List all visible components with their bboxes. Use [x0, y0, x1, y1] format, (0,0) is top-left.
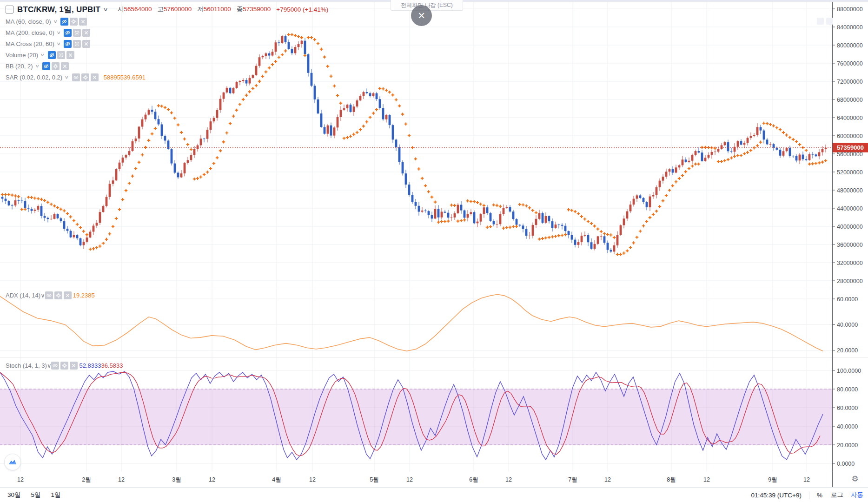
candle: [662, 174, 664, 184]
indicator-row: MA (200, close, 0)∨: [6, 28, 334, 37]
time-axis-label: 12: [604, 476, 611, 483]
symbol-header[interactable]: BTC/KRW, 1일, UPBIT ∨ 시56564000 고57600000…: [6, 4, 334, 15]
remove-indicator-icon[interactable]: [66, 51, 74, 59]
percent-scale-button[interactable]: %: [817, 492, 822, 499]
faded-toolbar-icon[interactable]: [826, 18, 833, 25]
gear-icon[interactable]: [52, 62, 60, 70]
exit-fullscreen-button[interactable]: ×: [411, 5, 432, 26]
candle: [219, 95, 222, 113]
candle: [685, 157, 687, 162]
axis-settings-gear-icon[interactable]: ⚙: [850, 474, 860, 484]
candle: [76, 234, 79, 240]
range-button[interactable]: 1일: [51, 491, 61, 499]
gear-icon[interactable]: [73, 29, 81, 37]
candle: [106, 195, 108, 208]
indicator-label[interactable]: SAR (0.02, 0.02, 0.2): [6, 74, 62, 81]
legend: BTC/KRW, 1일, UPBIT ∨ 시56564000 고57600000…: [6, 4, 334, 82]
remove-indicator-icon[interactable]: [79, 18, 87, 26]
eye-icon[interactable]: [51, 362, 59, 370]
candle: [704, 155, 707, 162]
eye-icon[interactable]: [72, 73, 80, 81]
eye-icon[interactable]: [45, 291, 53, 299]
candle: [366, 88, 368, 94]
candle: [424, 209, 427, 212]
candle: [171, 148, 173, 165]
candle: [799, 153, 801, 164]
indicator-label[interactable]: Volume (20): [6, 52, 38, 59]
eye-slash-icon[interactable]: [42, 62, 50, 70]
indicator-label[interactable]: BB (20, 2): [6, 63, 33, 70]
candle: [184, 162, 186, 177]
time-axis[interactable]: 122월123월124월125월126월127월128월129월12: [17, 476, 810, 483]
candle: [522, 224, 524, 232]
svg-text:57359000: 57359000: [837, 144, 864, 151]
candle: [590, 238, 593, 250]
tradingview-fullscreen-chart: 57359000 8800000084000000800000007600000…: [0, 0, 868, 502]
gear-icon[interactable]: [70, 18, 78, 26]
candle: [138, 126, 140, 142]
restore-pane-button[interactable]: [4, 454, 21, 470]
axis-label: 48000000: [837, 187, 863, 194]
stoch-d-value: 36.5833: [101, 362, 123, 369]
chart-menu-icon[interactable]: [6, 6, 13, 13]
time-axis-label: 3월: [172, 476, 181, 483]
candle: [525, 226, 528, 239]
remove-indicator-icon[interactable]: [82, 29, 90, 37]
indicator-label[interactable]: MA (60, close, 0): [6, 18, 51, 25]
remove-indicator-icon[interactable]: [91, 73, 99, 81]
gear-icon[interactable]: [73, 40, 81, 48]
stoch-label[interactable]: Stoch (14, 1, 3): [6, 362, 47, 369]
gear-icon[interactable]: [60, 362, 68, 370]
eye-slash-icon[interactable]: [64, 40, 72, 48]
gear-icon[interactable]: [54, 291, 62, 299]
remove-indicator-icon[interactable]: [70, 362, 78, 370]
remove-indicator-icon[interactable]: [61, 62, 69, 70]
candle: [581, 232, 583, 245]
candle: [343, 105, 345, 111]
candle: [789, 145, 791, 158]
open-label: 시: [118, 6, 124, 13]
indicator-row: Volume (20)∨: [6, 50, 334, 59]
chevron-down-icon: ∨: [40, 292, 45, 299]
candle: [483, 206, 485, 218]
gear-icon[interactable]: [57, 51, 65, 59]
candle: [577, 239, 580, 248]
candle: [125, 154, 127, 160]
range-button[interactable]: 30일: [7, 491, 21, 499]
remove-indicator-icon[interactable]: [82, 40, 90, 48]
price-axis[interactable]: 8800000084000000800000007600000072000000…: [833, 6, 863, 467]
gear-icon[interactable]: [81, 73, 89, 81]
symbol-title[interactable]: BTC/KRW, 1일, UPBIT: [17, 4, 100, 15]
candle: [613, 242, 616, 254]
candle: [382, 104, 384, 121]
chevron-down-icon: ∨: [56, 41, 61, 46]
eye-slash-icon[interactable]: [64, 29, 72, 37]
log-scale-button[interactable]: 로그: [831, 491, 843, 499]
indicator-label[interactable]: MA Cross (20, 60): [6, 40, 54, 47]
candle: [493, 219, 495, 226]
candle: [444, 210, 446, 213]
auto-scale-button[interactable]: 자동: [851, 491, 863, 499]
eye-slash-icon[interactable]: [48, 51, 56, 59]
candle: [626, 209, 629, 221]
time-axis-label: 7월: [568, 476, 577, 483]
chevron-down-icon: ∨: [64, 75, 69, 79]
candle: [415, 199, 417, 209]
candle: [389, 114, 391, 128]
range-button[interactable]: 5일: [31, 491, 41, 499]
adx-label[interactable]: ADX (14, 14): [6, 292, 40, 299]
candle: [805, 156, 808, 161]
candle: [80, 238, 82, 246]
time-axis-label: 8월: [667, 476, 676, 483]
time-axis-label: 12: [309, 476, 316, 483]
candle: [34, 208, 36, 213]
candle: [210, 118, 212, 133]
candle: [688, 158, 690, 164]
faded-toolbar-icon[interactable]: [817, 18, 824, 25]
remove-indicator-icon[interactable]: [64, 291, 72, 299]
candle: [457, 203, 459, 214]
time-axis-label: 9월: [768, 476, 777, 483]
clock[interactable]: 01:45:39 (UTC+9): [751, 492, 802, 499]
indicator-label[interactable]: MA (200, close, 0): [6, 29, 54, 36]
eye-slash-icon[interactable]: [60, 18, 68, 26]
